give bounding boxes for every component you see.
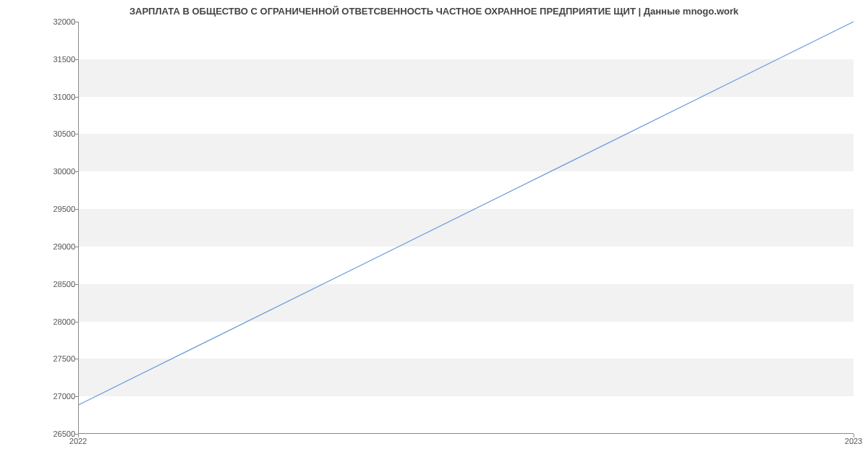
x-tick-label: 2023 [845,437,862,445]
x-tick-mark [78,434,79,437]
y-tick-label: 31000 [3,93,75,101]
data-line [79,22,854,405]
y-tick-mark [75,97,78,98]
y-tick-label: 26500 [3,430,75,438]
y-tick-label: 27000 [3,392,75,401]
y-tick-label: 31500 [3,55,75,64]
y-tick-label: 29500 [3,205,75,213]
y-tick-label: 32000 [3,17,75,26]
y-tick-label: 28000 [3,317,75,326]
y-tick-mark [75,247,78,247]
x-tick-mark [854,434,854,437]
y-tick-mark [75,171,78,172]
y-tick-mark [75,396,78,397]
y-tick-label: 29000 [3,242,75,251]
y-tick-mark [75,22,78,22]
y-tick-mark [75,134,78,134]
y-tick-mark [75,59,78,60]
y-tick-label: 30500 [3,129,75,138]
plot-area [78,22,854,434]
chart-container: ЗАРПЛАТА В ОБЩЕСТВО С ОГРАНИЧЕННОЙ ОТВЕТ… [0,0,868,470]
y-tick-label: 28500 [3,280,75,289]
x-tick-label: 2022 [69,437,87,445]
y-tick-mark [75,322,78,322]
y-tick-label: 27500 [3,354,75,363]
y-tick-mark [75,209,78,210]
chart-title: ЗАРПЛАТА В ОБЩЕСТВО С ОГРАНИЧЕННОЙ ОТВЕТ… [0,6,868,17]
y-tick-mark [75,359,78,359]
line-svg [79,22,854,433]
y-tick-mark [75,284,78,285]
y-tick-label: 30000 [3,167,75,176]
